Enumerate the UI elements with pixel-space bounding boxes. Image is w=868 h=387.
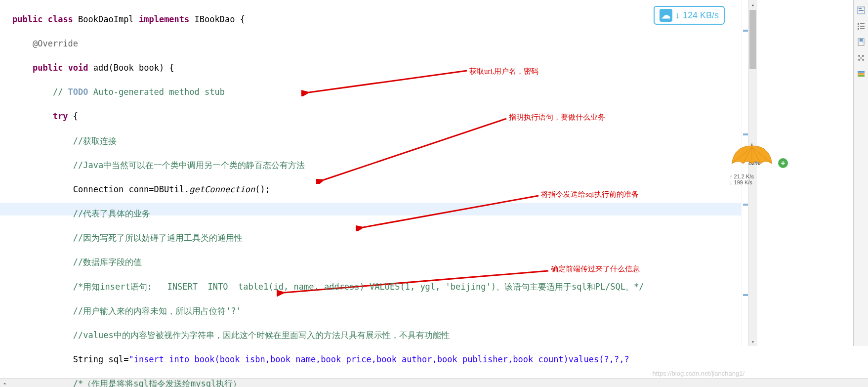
comment: /*（作用是将将sql指令发送给mysql执行） <box>73 379 241 387</box>
comment: // <box>53 87 68 97</box>
comment: //用户输入来的内容未知，所以用占位符'?' <box>73 306 241 316</box>
method-call: getConnection <box>189 184 255 194</box>
comment: Auto-generated method stub <box>88 87 225 97</box>
code: (); <box>255 184 270 194</box>
interface-name: IBookDao { <box>195 14 245 24</box>
svg-rect-22 <box>860 28 865 29</box>
download-speed: 199 K/s <box>734 179 752 185</box>
svg-rect-21 <box>858 28 859 30</box>
scroll-left-arrow-icon[interactable]: ◂ <box>0 379 9 387</box>
keyword: class <box>48 14 73 24</box>
right-toolbar <box>853 0 868 346</box>
scroll-down-arrow-icon[interactable]: ▾ <box>748 337 757 346</box>
comment: //values中的内容皆被视作为字符串，因此这个时候在里面写入的方法只具有展示… <box>73 330 450 340</box>
umbrella-icon <box>730 143 774 171</box>
svg-rect-20 <box>860 26 865 27</box>
annotation: @Override <box>33 39 78 48</box>
keyword: public <box>33 63 63 73</box>
keyword: try <box>53 111 68 121</box>
comment: /*用知insert语句: INSERT INTO table1(id, nam… <box>73 282 644 292</box>
hierarchy-icon[interactable] <box>856 52 867 63</box>
class-name: BookDaoImpl <box>78 14 134 24</box>
scrollbar-thumb[interactable] <box>749 10 756 69</box>
svg-rect-30 <box>858 71 865 73</box>
layers-icon[interactable] <box>856 68 867 79</box>
svg-rect-17 <box>858 23 859 25</box>
svg-rect-31 <box>858 73 865 75</box>
comment: //代表了具体的业务 <box>73 209 150 218</box>
svg-rect-16 <box>859 10 864 11</box>
scroll-up-arrow-icon[interactable]: ▴ <box>748 0 757 9</box>
code: String sql= <box>73 354 129 364</box>
svg-rect-19 <box>858 26 859 27</box>
svg-rect-18 <box>860 23 865 24</box>
svg-rect-32 <box>858 75 865 77</box>
comment: //数据库字段的值 <box>73 257 142 267</box>
task-list-icon[interactable] <box>856 21 867 32</box>
umbrella-widget[interactable]: 82% ↑ 21.2 K/s ↓ 199 K/s + <box>730 143 779 198</box>
keyword: implements <box>139 14 189 24</box>
bookmark-icon[interactable] <box>856 37 867 47</box>
upload-speed: 21.2 K/s <box>734 173 754 179</box>
down-arrow-icon: ↓ <box>730 179 733 185</box>
code-editor[interactable]: public class BookDaoImpl implements IBoo… <box>0 0 741 387</box>
comment: //Java中当然可以在一个类中调用另一个类的静百态公有方法 <box>73 160 305 170</box>
up-arrow-icon: ↑ <box>730 173 733 179</box>
code: Connection conn=DBUtil. <box>73 184 189 194</box>
code: { <box>68 111 78 121</box>
todo-tag: TODO <box>68 87 88 97</box>
code-content: public class BookDaoImpl implements IBoo… <box>0 0 741 387</box>
outline-icon[interactable] <box>856 5 867 16</box>
string-literal: "insert into book(book_isbn,book_name,bo… <box>128 354 629 364</box>
add-button[interactable]: + <box>778 158 788 168</box>
svg-rect-15 <box>859 8 862 9</box>
watermark: https://blog.csdn.net/jianchang1/ <box>653 370 744 377</box>
comment: //获取连接 <box>73 136 117 146</box>
keyword: public <box>12 14 42 24</box>
comment: //因为写死了所以妨碍了通用工具类的通用性 <box>73 233 243 243</box>
keyword: void <box>68 63 88 73</box>
method-sig: add(Book book) { <box>93 63 174 73</box>
